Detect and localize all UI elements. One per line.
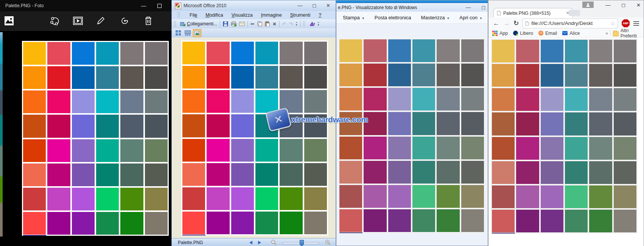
palette-cell [541,210,563,232]
photos-toolbar [0,11,171,31]
rotate-picture-icon[interactable] [309,21,315,26]
maximize-button[interactable] [157,4,162,8]
thumbnail-view-icon[interactable] [174,29,182,37]
palette-cell [412,112,435,135]
palette-cell [96,163,119,186]
bookmark-email[interactable]: @ Email [538,31,557,36]
back-icon[interactable]: ← [493,20,499,27]
save-icon[interactable] [223,21,228,26]
bookmark-alice[interactable]: Alice [562,31,580,36]
previous-image-button[interactable] [249,241,252,244]
mail-icon[interactable] [239,22,245,26]
palette-cell [565,185,588,208]
delete-icon[interactable]: ✕ [272,22,277,26]
copy-icon[interactable] [257,21,262,26]
palette-cell [120,42,143,65]
photo-viewer-title-bar: e.PNG - Visualizzatore foto di Windows [336,3,488,12]
chevron-down-icon: ▼ [446,17,450,20]
bookmarks-overflow-chevron[interactable]: » [605,31,608,36]
menu-masterizza[interactable]: Masterizza▼ [421,15,450,20]
palette-cell [516,161,539,184]
forward-icon[interactable]: → [503,20,510,27]
menu-apri-con[interactable]: Apri con▼ [459,15,482,20]
close-button[interactable]: ✕ [326,3,330,8]
single-view-icon[interactable] [193,29,201,37]
office-caption-buttons: — ◻ ✕ [297,3,330,8]
palette-cell [72,115,95,137]
edit-icon[interactable] [95,16,106,26]
address-bar[interactable]: file:///C:/Users/Andry/Deskt ☆ [523,19,618,28]
profile-icon[interactable] [582,2,594,8]
print-icon[interactable] [231,21,236,26]
alice-icon [562,31,568,35]
maximize-button[interactable]: ◻ [481,5,485,10]
palette-cell [461,137,484,159]
palette-cell [304,66,327,89]
filmstrip-view-icon[interactable] [184,29,192,37]
palette-cell [231,42,254,64]
cut-icon[interactable]: ✂ [250,22,255,26]
other-bookmarks-folder[interactable]: Altri Preferiti [613,28,641,39]
palette-cell [47,66,70,89]
shortcuts-button[interactable]: Collegamenti... [180,21,217,26]
palette-cell [182,114,205,137]
palette-cell [96,66,119,89]
chrome-toolbar: ← → ↻ file:///C:/Users/Andry/Deskt ☆ ABP [488,17,644,29]
menu-immagine[interactable]: Immagine [261,12,282,18]
palette-cell [72,90,95,113]
menu-strumenti[interactable]: Strumenti [290,12,311,18]
zoom-slider[interactable] [282,242,319,244]
delete-icon[interactable] [143,16,154,26]
palette-cell [437,88,459,111]
palette-cell [565,210,588,232]
zoom-out-icon[interactable] [271,240,277,245]
paste-icon[interactable] [265,21,270,26]
maximize-button[interactable]: ◻ [621,2,625,8]
palette-cell [492,112,515,135]
menu-stampa[interactable]: Stampa▼ [343,15,365,20]
toolbar-options-chevron[interactable]: »▾ [318,22,319,26]
bookmark-star-icon[interactable]: ☆ [611,20,616,26]
new-tab-button[interactable] [569,10,580,16]
menu-visualizza[interactable]: Visualizza [232,12,253,18]
zoom-slider-handle[interactable] [300,240,304,246]
palette-cell [182,66,205,89]
all-photos-icon[interactable] [4,16,14,26]
palette-cell [120,188,143,210]
bookmark-app[interactable]: App [492,31,508,36]
next-image-button[interactable] [258,241,261,244]
toolbar-options-chevron[interactable]: »▾ [296,22,297,26]
menu-posta-elettronica[interactable]: Posta elettronica [375,15,411,20]
menu-modifica[interactable]: Modifica [205,12,223,18]
palette-cell [47,90,70,113]
palette-cell [23,42,46,65]
menu-file[interactable]: File [190,12,197,18]
reload-icon[interactable]: ↻ [513,19,519,27]
minimize-button[interactable]: — [141,3,146,8]
palette-cell [589,185,612,208]
share-icon[interactable] [49,16,60,26]
redo-icon[interactable]: ↷ [289,22,293,26]
menu-help[interactable]: ? [319,12,321,18]
browser-tab[interactable]: Palette.PNG (388×515) ✕ [493,8,573,18]
menu-icon[interactable] [633,21,639,26]
palette-cell [614,185,636,208]
status-filename: Palette.PNG [178,240,203,245]
maximize-button[interactable]: ◻ [312,3,316,8]
zoom-in-icon[interactable] [325,240,331,245]
slideshow-icon[interactable] [73,16,83,26]
palette-cell [23,66,46,89]
palette-cell [516,210,539,232]
undo-icon[interactable]: ↶ [282,22,286,26]
minimize-button[interactable]: — [466,5,471,10]
rotate-icon[interactable] [120,16,130,26]
bookmark-libero[interactable]: Libero [513,31,533,36]
close-button[interactable]: ✕ [636,2,641,8]
palette-cell [614,64,636,87]
minimize-button[interactable]: — [605,2,610,8]
adblock-plus-icon[interactable]: ABP [622,19,630,27]
palette-cell [461,161,484,184]
palette-cell [231,139,254,162]
minimize-button[interactable]: — [297,3,302,8]
palette-cell [207,187,229,210]
